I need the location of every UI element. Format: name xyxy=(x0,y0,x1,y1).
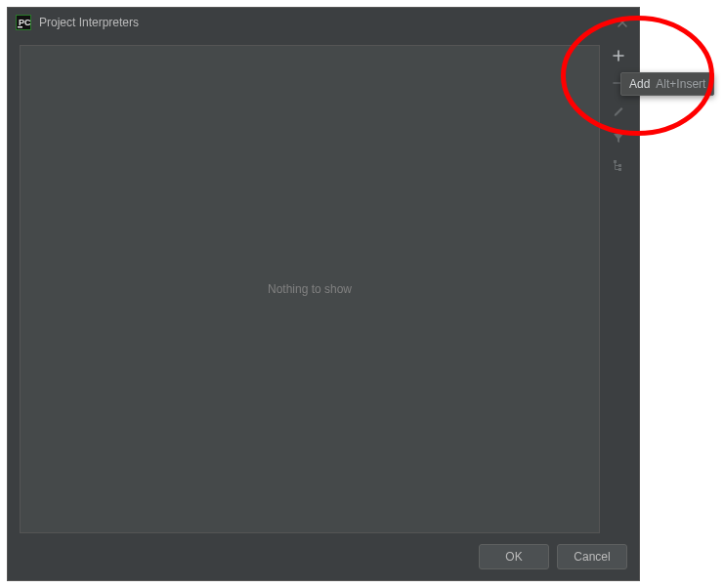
svg-rect-5 xyxy=(618,164,621,167)
interpreter-list[interactable]: Nothing to show xyxy=(20,45,600,533)
svg-text:PC: PC xyxy=(19,18,31,27)
titlebar: PC Project Interpreters xyxy=(8,8,639,37)
empty-state-text: Nothing to show xyxy=(268,282,352,296)
project-interpreters-dialog: PC Project Interpreters Nothing to show xyxy=(7,7,640,581)
show-paths-button[interactable] xyxy=(608,154,629,176)
svg-rect-4 xyxy=(614,160,617,163)
edit-button[interactable] xyxy=(608,100,629,121)
plus-icon xyxy=(612,49,625,63)
pycharm-app-icon: PC xyxy=(16,15,31,30)
add-tooltip: Add Alt+Insert xyxy=(620,72,714,96)
cancel-button[interactable]: Cancel xyxy=(557,544,627,569)
tooltip-label: Add xyxy=(629,77,650,91)
dialog-content: Nothing to show xyxy=(8,37,639,533)
ok-button[interactable]: OK xyxy=(479,544,549,569)
filter-button[interactable] xyxy=(608,127,629,148)
add-button[interactable] xyxy=(608,45,629,66)
close-button[interactable] xyxy=(614,14,631,31)
svg-rect-3 xyxy=(18,26,22,28)
funnel-icon xyxy=(612,131,625,145)
tooltip-shortcut: Alt+Insert xyxy=(656,77,705,91)
svg-rect-6 xyxy=(618,168,621,171)
pencil-icon xyxy=(612,104,625,117)
tree-icon xyxy=(612,158,625,172)
dialog-footer: OK Cancel xyxy=(8,533,639,580)
dialog-title: Project Interpreters xyxy=(39,16,139,29)
side-toolbar xyxy=(606,45,631,533)
